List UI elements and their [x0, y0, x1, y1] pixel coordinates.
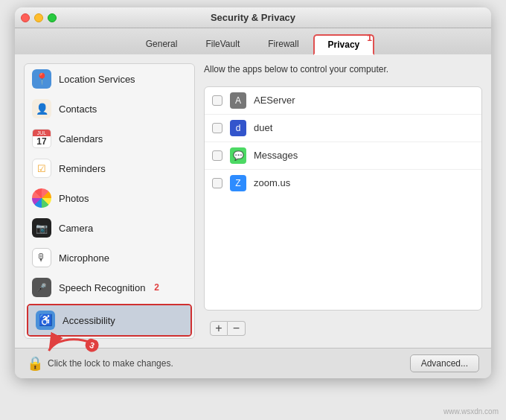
system-preferences-window: Security & Privacy General FileVault Fir… — [15, 7, 491, 378]
watermark: www.wsxdn.com — [443, 407, 499, 416]
titlebar: Security & Privacy — [15, 7, 491, 28]
tab-filevault[interactable]: FileVault — [191, 34, 254, 55]
photos-icon — [32, 188, 51, 208]
sidebar-item-label: Microphone — [59, 252, 109, 264]
messages-checkbox[interactable] — [212, 150, 222, 161]
lock-icon: 🔒 — [27, 355, 43, 372]
sidebar-item-label: Camera — [59, 223, 93, 234]
sidebar-item-label: Location Services — [59, 74, 135, 85]
sidebar-item-camera[interactable]: 📷 Camera — [25, 213, 194, 243]
tab-privacy[interactable]: Privacy — [313, 34, 375, 55]
sidebar-item-location-services[interactable]: 📍 Location Services — [25, 64, 194, 94]
speech-recognition-icon: 🎤 — [32, 278, 51, 297]
sidebar-item-label: Accessibility — [63, 315, 115, 326]
zoomus-label: zoom.us — [254, 177, 290, 188]
contacts-icon: 👤 — [32, 99, 51, 118]
apps-list: A AEServer d duet 💬 Messages Z zoom.us — [204, 86, 482, 311]
footer: 3 🔒 Click the lock to make changes. Adva… — [15, 348, 491, 378]
content-body: 📍 Location Services 👤 Contacts JUL 17 Ca… — [15, 54, 491, 348]
zoomus-checkbox[interactable] — [212, 178, 222, 188]
app-row-aeserver: A AEServer — [205, 87, 481, 115]
aeserver-icon: A — [230, 92, 246, 109]
tab-firewall[interactable]: Firewall — [254, 34, 313, 55]
sidebar-item-label: Contacts — [59, 104, 97, 115]
microphone-icon: 🎙 — [32, 248, 51, 267]
duet-checkbox[interactable] — [212, 123, 222, 133]
duet-icon: d — [230, 120, 246, 136]
sidebar-item-label: Calendars — [59, 133, 103, 144]
add-remove-bar: + − — [204, 318, 482, 339]
messages-icon: 💬 — [230, 147, 246, 164]
reminders-icon: ☑ — [32, 159, 51, 178]
apps-description: Allow the apps below to control your com… — [204, 63, 482, 76]
traffic-lights — [21, 13, 57, 22]
sidebar: 📍 Location Services 👤 Contacts JUL 17 Ca… — [24, 63, 195, 339]
app-row-messages: 💬 Messages — [205, 142, 481, 170]
main-content: Allow the apps below to control your com… — [204, 63, 482, 339]
sidebar-item-calendars[interactable]: JUL 17 Calendars — [25, 124, 194, 153]
tab-general[interactable]: General — [132, 34, 192, 55]
minimize-button[interactable] — [34, 13, 43, 22]
aeserver-checkbox[interactable] — [212, 95, 222, 106]
camera-icon: 📷 — [32, 218, 51, 238]
sidebar-item-photos[interactable]: Photos — [25, 183, 194, 213]
location-services-icon: 📍 — [32, 69, 51, 89]
sidebar-item-contacts[interactable]: 👤 Contacts — [25, 94, 194, 124]
close-button[interactable] — [21, 13, 30, 22]
duet-label: duet — [254, 122, 272, 133]
annotation-badge-2: 2 — [154, 282, 159, 293]
annotation-badge-1: 1 — [367, 33, 372, 43]
maximize-button[interactable] — [48, 13, 57, 22]
tab-bar: General FileVault Firewall Privacy 1 — [15, 28, 491, 54]
app-row-duet: d duet — [205, 115, 481, 142]
calendars-icon: JUL 17 — [32, 129, 51, 148]
aeserver-label: AEServer — [254, 95, 295, 106]
sidebar-item-label: Reminders — [59, 163, 106, 174]
messages-label: Messages — [254, 150, 298, 161]
sidebar-item-label: Speech Recognition — [59, 282, 145, 293]
app-row-zoomus: Z zoom.us — [205, 170, 481, 197]
sidebar-item-microphone[interactable]: 🎙 Microphone — [25, 243, 194, 273]
sidebar-item-reminders[interactable]: ☑ Reminders — [25, 153, 194, 183]
advanced-button[interactable]: Advanced... — [410, 354, 479, 372]
remove-app-button[interactable]: − — [228, 321, 246, 336]
sidebar-item-speech-recognition[interactable]: 🎤 Speech Recognition 2 — [25, 273, 194, 302]
sidebar-item-label: Photos — [59, 193, 89, 204]
zoom-icon: Z — [230, 175, 246, 191]
window-title: Security & Privacy — [211, 12, 295, 23]
add-app-button[interactable]: + — [210, 321, 228, 336]
